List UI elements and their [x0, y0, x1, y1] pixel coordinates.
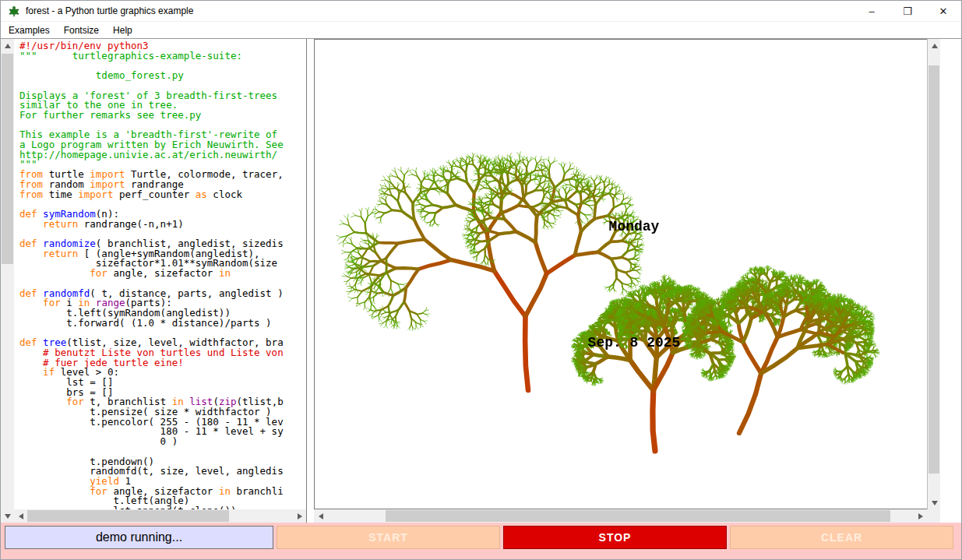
pane-divider[interactable]: [307, 39, 314, 523]
canvas-horizontal-scrollbar[interactable]: [314, 509, 940, 523]
turtle-canvas: [315, 40, 927, 509]
start-button[interactable]: START: [277, 526, 500, 549]
code-text[interactable]: #!/usr/bin/env python3""" turtlegraphics…: [14, 39, 306, 509]
control-bar: demo running... START STOP CLEAR: [1, 523, 961, 559]
code-line: t.forward( (1.0 * distance)/parts ): [19, 319, 306, 329]
title-bar: forest - a Python turtle graphics exampl…: [1, 1, 961, 22]
code-line: return randrange(-n,n+1): [19, 220, 306, 230]
code-line: tdemo_forest.py: [19, 71, 306, 81]
menu-item-help[interactable]: Help: [106, 23, 139, 37]
status-label: demo running...: [5, 526, 273, 549]
canvas-pane: [314, 39, 940, 523]
code-hscroll-track[interactable]: [27, 509, 293, 523]
code-line: 0 ): [19, 437, 306, 447]
code-line: from time import perf_counter as clock: [19, 190, 306, 200]
canvas-scroll-down-arrow-icon[interactable]: [928, 496, 941, 509]
code-line: """ turtlegraphics-example-suite:: [19, 51, 306, 62]
code-vscroll-track[interactable]: [1, 52, 14, 509]
canvas-scroll-left-arrow-icon[interactable]: [314, 509, 327, 523]
canvas-area: [314, 39, 927, 509]
scroll-up-arrow-icon[interactable]: [1, 39, 14, 52]
code-vertical-scrollbar[interactable]: [1, 39, 14, 523]
canvas-vscroll-thumb[interactable]: [929, 65, 939, 474]
close-button[interactable]: ✕: [925, 1, 961, 21]
clear-button[interactable]: CLEAR: [730, 526, 953, 549]
canvas-hscroll-thumb[interactable]: [386, 510, 890, 522]
code-vscroll-thumb[interactable]: [2, 54, 13, 264]
canvas-vscroll-track[interactable]: [928, 52, 940, 496]
code-line: http://homepage.univie.ac.at/erich.neuwi…: [19, 150, 306, 160]
code-line: For further remarks see tree.py: [19, 111, 306, 121]
canvas-vertical-scrollbar[interactable]: [927, 39, 940, 509]
code-horizontal-scrollbar[interactable]: [14, 509, 306, 523]
turtle-app-icon: [8, 5, 20, 17]
menu-bar: Examples Fontsize Help: [1, 22, 961, 38]
scroll-down-arrow-icon[interactable]: [1, 509, 14, 523]
code-hscroll-thumb[interactable]: [27, 510, 229, 522]
stop-button[interactable]: STOP: [503, 526, 727, 549]
scrollbar-corner: [927, 509, 940, 523]
canvas-scroll-up-arrow-icon[interactable]: [928, 39, 941, 52]
canvas-scroll-right-arrow-icon[interactable]: [914, 509, 927, 523]
canvas-hscroll-track[interactable]: [327, 509, 914, 523]
maximize-button[interactable]: ❒: [890, 1, 925, 21]
minimize-button[interactable]: –: [854, 1, 890, 21]
main-content: #!/usr/bin/env python3""" turtlegraphics…: [1, 38, 961, 523]
code-line: for angle, sizefactor in: [19, 269, 306, 279]
scroll-right-arrow-icon[interactable]: [293, 509, 306, 523]
app-window: forest - a Python turtle graphics exampl…: [0, 0, 962, 560]
menu-item-fontsize[interactable]: Fontsize: [57, 23, 106, 37]
menu-item-examples[interactable]: Examples: [2, 23, 57, 37]
code-pane: #!/usr/bin/env python3""" turtlegraphics…: [14, 39, 307, 523]
window-title: forest - a Python turtle graphics exampl…: [26, 5, 854, 16]
scroll-left-arrow-icon[interactable]: [14, 509, 27, 523]
